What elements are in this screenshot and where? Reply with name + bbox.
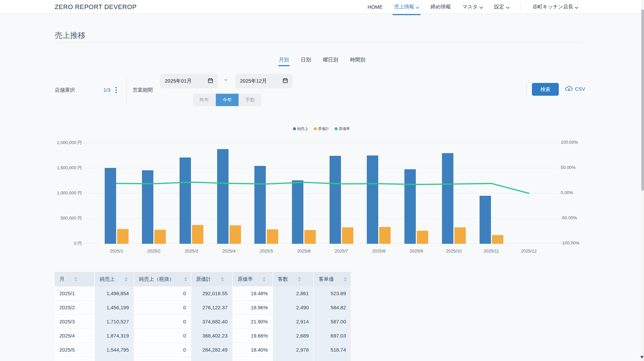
legend-item: 原価計 — [314, 126, 329, 131]
scroll-down-arrow-icon[interactable] — [640, 356, 644, 360]
y-axis-label-right: -50.00% — [561, 215, 577, 220]
table-cell: 292,018.55 — [191, 286, 233, 301]
table-header-cell[interactable]: 月 — [55, 272, 95, 286]
x-axis-label: 2025/3 — [172, 249, 210, 254]
sort-icon[interactable] — [344, 277, 347, 281]
column-label: 純売上（税抜） — [139, 276, 174, 282]
nav-item-5[interactable]: 設定 — [494, 0, 509, 14]
table-cell: 284,282.49 — [191, 343, 233, 357]
y-axis-label-left: 500,000 円 — [0, 215, 82, 221]
chevron-down-icon — [416, 4, 419, 10]
csv-label: CSV — [575, 86, 585, 92]
table-cell: 0 — [134, 286, 191, 301]
table-cell: 587.00 — [314, 315, 351, 329]
scrollbar-track[interactable] — [641, 0, 644, 361]
divider — [527, 82, 527, 97]
x-axis-label: 2025/9 — [398, 249, 435, 254]
chevron-down-icon — [575, 4, 578, 10]
x-axis-label: 2025/5 — [248, 249, 285, 254]
legend-label: 原価率 — [339, 126, 350, 131]
table-cell: 2,861 — [273, 286, 314, 301]
y-axis-label-left: 0 円 — [0, 240, 82, 246]
date-from-input[interactable]: 2025年01月 — [160, 74, 218, 88]
page-title: 売上推移 — [55, 30, 86, 41]
sort-icon[interactable] — [221, 277, 224, 281]
table-cell: 523.89 — [314, 286, 351, 301]
date-to-input[interactable]: 2025年12月 — [235, 74, 293, 88]
table-cell: 18.40% — [233, 343, 273, 357]
table-cell: 368,402.23 — [191, 329, 233, 343]
monthly-sales-table: 月純売上純売上（税抜）原価計原価率客数客単価2025/11,498,854029… — [55, 272, 351, 361]
legend-item: 純売上 — [293, 126, 308, 131]
table-cell: 276,122.37 — [191, 301, 233, 315]
table-header-cell[interactable]: 客数 — [273, 272, 314, 286]
y-axis-label-right: -100.00% — [561, 240, 580, 245]
user-menu[interactable]: 谷町キッチン店長 — [533, 0, 578, 14]
search-button[interactable]: 検索 — [532, 83, 559, 96]
x-axis-label: 2025/12 — [510, 249, 548, 254]
table-cell: 464.92 — [314, 357, 351, 361]
table-header-cell[interactable]: 原価率 — [233, 272, 273, 286]
report-tabs: 月別日別曜日別時間別 — [0, 56, 644, 66]
period-label: 営業期間 — [133, 87, 153, 93]
column-label: 原価率 — [238, 276, 253, 282]
x-axis-label: 2025/1 — [98, 249, 135, 254]
date-from-value: 2025年01月 — [165, 78, 192, 84]
table-cell: 1,257,147 — [95, 357, 134, 361]
calendar-icon[interactable] — [283, 78, 288, 84]
divider — [126, 76, 127, 103]
table-header-cell[interactable]: 客単価 — [314, 272, 351, 286]
table-header-cell[interactable]: 純売上 — [95, 272, 134, 286]
table-cell: 2025/2 — [55, 301, 95, 315]
column-label: 客数 — [278, 276, 288, 282]
legend-item: 原価率 — [335, 126, 350, 131]
table-cell: 1,544,795 — [95, 343, 134, 357]
app-logo[interactable]: ZERO REPORT DEVEROP — [55, 0, 137, 14]
y-axis-label-left: 2,000,000 円 — [0, 140, 82, 146]
segment-3[interactable]: 手動 — [239, 94, 261, 106]
x-axis-label: 2025/2 — [135, 249, 173, 254]
y-axis-label-right: 100.00% — [561, 140, 578, 145]
nav-item-1[interactable]: HOME — [367, 0, 383, 14]
tab-3[interactable]: 曜日別 — [323, 56, 339, 66]
table-header-row: 月純売上純売上（税抜）原価計原価率客数客単価 — [55, 272, 351, 286]
calendar-icon[interactable] — [208, 78, 213, 84]
table-cell: 1,456,199 — [95, 301, 134, 315]
cloud-download-icon — [565, 85, 573, 92]
kebab-menu-icon[interactable] — [115, 86, 117, 94]
nav-item-label: マスタ — [462, 4, 478, 10]
sales-chart: 純売上原価計原価率 2,000,000 円100.00%1,500,000 円5… — [0, 125, 644, 263]
segment-2[interactable]: 今年 — [216, 94, 239, 106]
chevron-down-icon — [480, 4, 483, 10]
legend-dot — [314, 127, 317, 130]
tab-4[interactable]: 時間別 — [350, 56, 366, 66]
sort-icon[interactable] — [125, 277, 128, 281]
cost-rate-line — [87, 143, 556, 244]
scrollbar-thumb[interactable] — [641, 9, 644, 191]
table-header-cell[interactable]: 純売上（税抜） — [134, 272, 191, 286]
top-navigation-bar: ZERO REPORT DEVEROP HOME売上情報締め情報マスタ設定谷町キ… — [0, 0, 644, 14]
nav-item-label: HOME — [367, 4, 383, 10]
table-row: 2025/41,874,3190368,402.2319.66%2,689697… — [55, 329, 351, 343]
csv-download-link[interactable]: CSV — [565, 85, 585, 92]
legend-dot — [335, 127, 338, 130]
table-header-cell[interactable]: 原価計 — [191, 272, 233, 286]
table-cell: 19.48% — [233, 286, 273, 301]
chevron-down-icon — [506, 4, 509, 10]
store-select-label: 店舗選択 — [55, 87, 75, 93]
nav-item-4[interactable]: マスタ — [462, 0, 483, 14]
sort-icon[interactable] — [263, 277, 265, 281]
sort-icon[interactable] — [75, 277, 77, 281]
tab-2[interactable]: 日別 — [300, 56, 312, 66]
nav-item-3[interactable]: 締め情報 — [431, 0, 451, 14]
sort-icon[interactable] — [298, 277, 301, 281]
x-axis-label: 2025/10 — [435, 249, 473, 254]
table-cell: 374,682.40 — [191, 315, 233, 329]
table-row: 2025/61,257,1470272,076.8821.64%2,704464… — [55, 357, 351, 361]
nav-item-2[interactable]: 売上情報 — [394, 0, 419, 14]
table-cell: 2,914 — [273, 315, 314, 329]
store-count[interactable]: 1/3 — [103, 87, 110, 93]
segment-1[interactable]: 昨年 — [193, 94, 216, 106]
sort-icon[interactable] — [184, 277, 187, 281]
tab-1[interactable]: 月別 — [278, 56, 290, 66]
